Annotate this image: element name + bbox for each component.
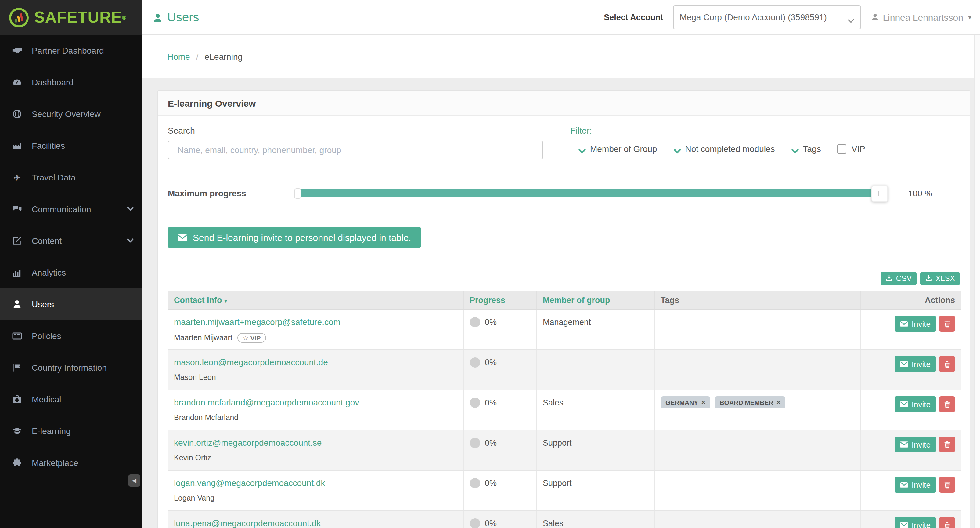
vip-checkbox[interactable] — [837, 144, 847, 153]
flag-icon — [11, 363, 23, 373]
user-email-link[interactable]: mason.leon@megacorpdemoaccount.de — [174, 357, 328, 367]
user-email-link[interactable]: luna.pena@megacorpdemoaccount.dk — [174, 518, 321, 528]
progress-cell: 0% — [469, 398, 530, 408]
table-row: mason.leon@megacorpdemoaccount.de Mason … — [168, 350, 961, 390]
trash-icon — [944, 400, 950, 408]
user-email-link[interactable]: kevin.ortiz@megacorpdemoaccount.se — [174, 438, 321, 447]
sidebar-item-analytics[interactable]: Analytics — [0, 257, 142, 289]
user-name: Logan Vang — [174, 494, 457, 503]
invite-button[interactable]: Invite — [894, 316, 936, 332]
table-row: kevin.ortiz@megacorpdemoaccount.se Kevin… — [168, 430, 961, 470]
download-icon — [886, 274, 893, 283]
sidebar-collapse-button[interactable]: ◀ — [128, 474, 140, 487]
envelope-icon — [900, 522, 908, 528]
envelope-icon — [900, 321, 908, 327]
column-header-actions: Actions — [861, 291, 961, 309]
remove-tag-icon[interactable]: × — [701, 399, 705, 406]
sidebar-item-travel-data[interactable]: ✈ Travel Data — [0, 162, 142, 193]
delete-button[interactable] — [939, 356, 955, 372]
chevron-down-icon — [127, 207, 134, 212]
sidebar-item-security-overview[interactable]: Security Overview — [0, 98, 142, 130]
send-invite-all-label: Send E-learning invite to personnel disp… — [193, 232, 411, 243]
invite-button[interactable]: Invite — [894, 436, 936, 452]
delete-button[interactable] — [939, 436, 955, 452]
brand-logo[interactable]: SAFETURE® — [0, 0, 142, 35]
export-csv-button[interactable]: CSV — [881, 272, 916, 285]
sidebar-item-e-learning[interactable]: E-learning — [0, 415, 142, 447]
table-header-row: Contact Info ▾ Progress Member of group … — [168, 291, 961, 309]
filter-section: Filter: Member of Group Not completed mo… — [571, 125, 865, 154]
breadcrumb-separator: / — [196, 52, 199, 61]
tag-chip[interactable]: BOARD MEMBER× — [714, 396, 785, 409]
sidebar-item-partner-dashboard[interactable]: Partner Dashboard — [0, 35, 142, 67]
progress-dot-icon — [469, 478, 480, 488]
sidebar-item-content[interactable]: Content — [0, 225, 142, 257]
sidebar-item-communication[interactable]: Communication — [0, 193, 142, 225]
chevron-down-icon — [791, 146, 799, 152]
export-xlsx-button[interactable]: XLSX — [920, 272, 960, 285]
progress-cell: 0% — [469, 518, 530, 528]
breadcrumb-home-link[interactable]: Home — [167, 52, 190, 61]
delete-button[interactable] — [939, 396, 955, 412]
safeture-logo-icon — [8, 7, 29, 28]
column-header-progress[interactable]: Progress — [463, 291, 536, 309]
remove-tag-icon[interactable]: × — [776, 399, 781, 406]
envelope-icon — [178, 234, 187, 241]
progress-cell: 0% — [469, 357, 530, 368]
account-select[interactable]: Mega Corp (Demo Account) (3598591) — [673, 5, 861, 29]
delete-button[interactable] — [939, 517, 955, 528]
user-email-link[interactable]: logan.vang@megacorpdemoaccount.dk — [174, 478, 325, 488]
sidebar-nav: Partner Dashboard Dashboard Security Ove… — [0, 35, 142, 528]
progress-slider-min-handle[interactable] — [294, 189, 301, 199]
invite-button[interactable]: Invite — [894, 396, 936, 412]
sidebar-item-marketplace[interactable]: Marketplace — [0, 447, 142, 479]
max-progress-filter: Maximum progress 100 % — [168, 186, 960, 201]
column-header-member-of-group[interactable]: Member of group — [536, 291, 654, 309]
elearning-overview-card: E-learning Overview Search Filter: Membe… — [158, 90, 970, 528]
filter-option-tags[interactable]: Tags — [791, 144, 821, 154]
user-menu[interactable]: Linnea Lennartsson ▾ — [870, 12, 972, 22]
progress-cell: 0% — [469, 478, 530, 488]
table-row: logan.vang@megacorpdemoaccount.dk Logan … — [168, 470, 961, 511]
invite-button[interactable]: Invite — [894, 356, 936, 372]
user-email-link[interactable]: brandon.mcfarland@megacorpdemoaccount.go… — [174, 398, 359, 407]
user-icon — [870, 13, 879, 21]
user-name: Mason Leon — [174, 373, 457, 382]
sidebar-item-medical[interactable]: Medical — [0, 384, 142, 415]
star-icon: ☆ — [243, 334, 249, 341]
column-header-tags: Tags — [654, 291, 861, 309]
table-row: maarten.mijwaart+megacorp@safeture.com M… — [168, 309, 961, 350]
delete-button[interactable] — [939, 316, 955, 332]
sidebar-item-facilities[interactable]: Facilities — [0, 130, 142, 162]
account-select-value: Mega Corp (Demo Account) (3598591) — [679, 12, 842, 22]
filter-option-member-of-group[interactable]: Member of Group — [579, 144, 657, 154]
main-content: Home / eLearning E-learning Overview Sea… — [142, 35, 980, 528]
sidebar-item-policies[interactable]: Policies — [0, 320, 142, 352]
envelope-icon — [900, 401, 908, 407]
brand-name: SAFETURE — [34, 8, 122, 27]
scrollbar[interactable] — [974, 35, 980, 528]
progress-slider-handle[interactable] — [871, 186, 888, 202]
invite-button[interactable]: Invite — [894, 477, 936, 493]
delete-button[interactable] — [939, 477, 955, 493]
send-invite-all-button[interactable]: Send E-learning invite to personnel disp… — [168, 227, 421, 248]
search-input[interactable] — [168, 141, 543, 159]
table-row: brandon.mcfarland@megacorpdemoaccount.go… — [168, 390, 961, 430]
tag-chip[interactable]: GERMANY× — [660, 396, 710, 409]
invite-button[interactable]: Invite — [894, 517, 936, 528]
puzzle-icon — [11, 458, 23, 468]
list-icon — [11, 331, 23, 341]
user-email-link[interactable]: maarten.mijwaart+megacorp@safeture.com — [174, 317, 340, 327]
sidebar-item-country-information[interactable]: Country Information — [0, 352, 142, 384]
filter-option-not-completed-modules[interactable]: Not completed modules — [673, 144, 775, 154]
filter-label: Filter: — [571, 125, 865, 135]
sidebar-item-dashboard[interactable]: Dashboard — [0, 67, 142, 98]
graduation-cap-icon — [11, 426, 23, 436]
column-header-contact-info[interactable]: Contact Info ▾ — [168, 291, 463, 309]
breadcrumb: Home / eLearning — [142, 35, 980, 78]
chevron-down-icon — [673, 146, 681, 152]
medkit-icon — [11, 395, 23, 404]
page-title: Users — [153, 10, 199, 24]
sidebar-item-users[interactable]: Users — [0, 289, 142, 320]
breadcrumb-current: eLearning — [205, 52, 243, 61]
